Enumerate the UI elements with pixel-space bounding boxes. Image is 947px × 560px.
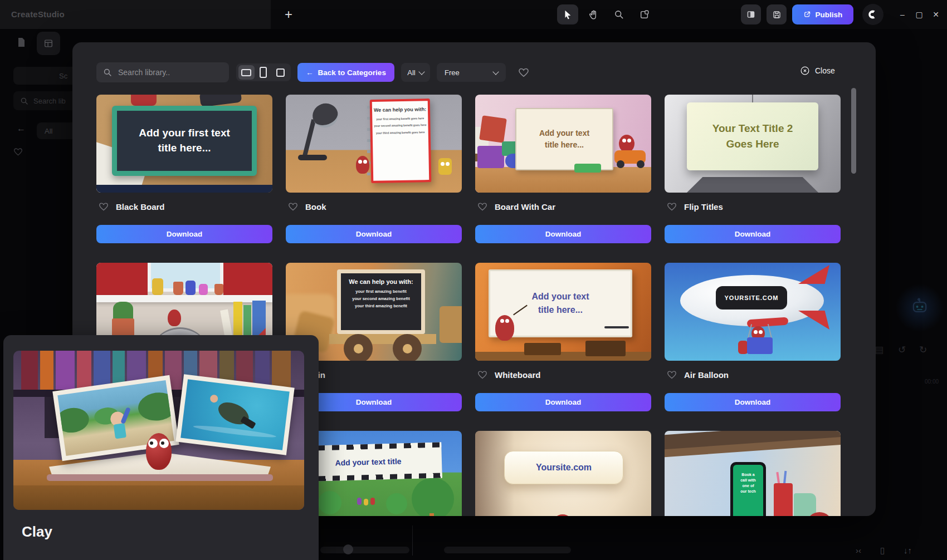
select-tool-button[interactable]: [557, 4, 578, 24]
top-bar: CreateStudio +: [0, 0, 947, 29]
download-button[interactable]: Download: [665, 225, 841, 243]
square-toggle[interactable]: [272, 65, 289, 80]
chevron-down-icon: [492, 68, 499, 75]
type-filter-value: All: [407, 68, 415, 77]
portrait-toggle[interactable]: [255, 65, 271, 80]
download-button[interactable]: Download: [475, 225, 651, 243]
resize-canvas-button[interactable]: [634, 4, 655, 24]
favorites-heart-icon[interactable]: [13, 147, 23, 156]
canvas-size-icon: [640, 9, 650, 19]
car-wheel: [617, 160, 624, 168]
template-thumbnail[interactable]: Add your first texttitle here...: [96, 95, 272, 193]
scenes-tab-label: Sc: [59, 72, 67, 80]
category-title: Clay: [22, 523, 52, 541]
download-button[interactable]: Download: [475, 393, 651, 411]
cart-wheel: [344, 334, 373, 361]
type-filter-dropdown[interactable]: All: [401, 63, 430, 82]
price-filter-value: Free: [445, 68, 460, 77]
book-spine: [40, 351, 53, 390]
tree: [412, 478, 454, 516]
hand-tool-button[interactable]: [583, 4, 604, 24]
toy-block: [479, 115, 507, 143]
tiny-character: [370, 498, 375, 505]
download-button[interactable]: Download: [665, 393, 841, 411]
template-thumbnail[interactable]: Add your texttitle here...: [475, 263, 651, 361]
close-modal-button[interactable]: Close: [800, 66, 835, 76]
timeline-scrollbar-right[interactable]: [444, 547, 571, 553]
template-thumbnail[interactable]: Book a call with one of our tech: [665, 431, 841, 516]
createstudio-logo-icon: [867, 8, 879, 21]
mint-mug: [794, 493, 816, 516]
back-to-categories-button[interactable]: ← Back to Categories: [297, 63, 394, 82]
cup-prop: [131, 95, 157, 106]
favorite-heart-icon[interactable]: [667, 370, 677, 380]
save-icon: [772, 10, 782, 19]
account-avatar[interactable]: [862, 4, 883, 25]
red-character: [552, 514, 573, 516]
close-circle-icon: [800, 66, 810, 76]
template-name: Book: [305, 202, 326, 212]
template-thumbnail[interactable]: Add your texttitle here...: [475, 95, 651, 193]
close-window-button[interactable]: ✕: [929, 8, 943, 21]
search-tool-button[interactable]: [608, 4, 629, 24]
favorite-heart-icon[interactable]: [288, 202, 298, 212]
file-icon[interactable]: [16, 37, 27, 48]
minimize-button[interactable]: –: [896, 8, 909, 21]
aspect-ratio-toggle-group: [236, 63, 291, 81]
template-thumbnail[interactable]: We can help you with: your first amazing…: [286, 95, 462, 193]
desk-prop: [585, 341, 626, 356]
search-icon: [20, 97, 28, 105]
search-icon: [614, 9, 624, 19]
back-button-label: Back to Categories: [318, 68, 386, 77]
close-label: Close: [815, 66, 835, 75]
pink-character: [199, 284, 208, 295]
download-button[interactable]: Download: [286, 225, 462, 243]
templates-panel-button[interactable]: [37, 32, 60, 55]
modal-scrollbar[interactable]: [851, 88, 856, 174]
book-cover-edge: [47, 474, 273, 481]
assistant-robot-icon[interactable]: [909, 296, 930, 317]
undo-icon[interactable]: ↺: [898, 344, 906, 356]
category-preview-popup: Clay: [3, 335, 319, 560]
timeline-scrollbar-left[interactable]: [320, 547, 409, 553]
landscape-toggle[interactable]: [238, 65, 255, 80]
hand-icon: [588, 9, 598, 19]
app-title: CreateStudio: [11, 9, 65, 19]
red-clay-character: [146, 433, 172, 470]
library-search-input[interactable]: [117, 67, 214, 77]
green-eraser: [574, 164, 601, 173]
train-cart: [440, 306, 462, 343]
clay-preview-image: [13, 351, 304, 510]
save-button[interactable]: [767, 4, 787, 24]
back-arrow-icon[interactable]: ←: [17, 124, 26, 134]
new-tab-button[interactable]: +: [280, 6, 297, 23]
collapse-timeline-icon[interactable]: ›‹: [856, 546, 861, 555]
price-filter-dropdown[interactable]: Free: [437, 63, 506, 82]
sort-tracks-icon[interactable]: ↓↑: [904, 546, 912, 555]
favorite-heart-icon[interactable]: [477, 202, 487, 212]
library-search-field[interactable]: [96, 62, 229, 82]
template-thumbnail[interactable]: Yoursite.com: [475, 431, 651, 516]
app-tab[interactable]: CreateStudio: [0, 0, 271, 29]
download-button[interactable]: Download: [96, 225, 272, 243]
publish-button[interactable]: Publish: [792, 4, 853, 24]
favorite-heart-icon[interactable]: [99, 202, 109, 212]
panel-faint-icon[interactable]: ▤: [875, 344, 883, 356]
book-spine: [77, 351, 91, 390]
template-thumbnail[interactable]: YOURSITE.COM: [665, 263, 841, 361]
favorites-filter-heart[interactable]: [518, 67, 529, 78]
yellow-character: [438, 158, 452, 175]
timeline-panel-icon[interactable]: ▯: [880, 546, 885, 556]
redo-icon[interactable]: ↻: [919, 344, 927, 356]
favorite-heart-icon[interactable]: [667, 202, 677, 212]
sidebar-toggle-button[interactable]: [741, 4, 761, 24]
publish-label: Publish: [816, 11, 843, 19]
tiny-character: [364, 499, 368, 505]
template-thumbnail[interactable]: Your Text Title 2Goes Here: [665, 95, 841, 193]
favorite-heart-icon[interactable]: [477, 370, 487, 380]
timeline-scroll-handle[interactable]: [343, 544, 353, 554]
basket: [747, 337, 773, 354]
red-character: [356, 156, 369, 174]
site-button: Yoursite.com: [504, 451, 623, 484]
maximize-button[interactable]: ▢: [912, 8, 926, 21]
